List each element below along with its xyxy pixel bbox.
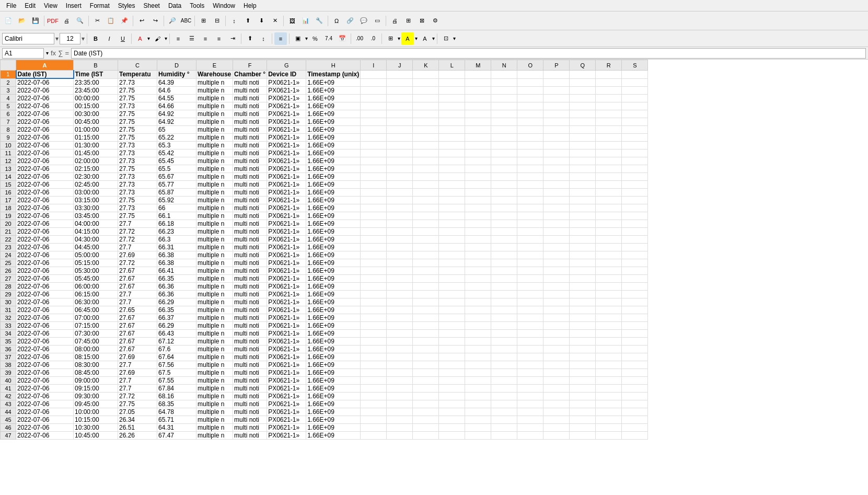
cell-B1[interactable]: Time (IST (74, 71, 118, 79)
cell-K1[interactable] (413, 71, 439, 79)
col-header-B[interactable]: B (74, 60, 118, 71)
cell-N45[interactable] (491, 416, 517, 424)
highlight-dropdown[interactable]: ▾ (165, 36, 167, 41)
cell-D18[interactable]: 66 (157, 204, 196, 212)
cell-O27[interactable] (517, 275, 543, 283)
cell-K36[interactable] (413, 346, 439, 353)
cell-G34[interactable]: PX0621-1» (267, 330, 306, 338)
cell-K41[interactable] (413, 385, 439, 393)
cell-N39[interactable] (491, 369, 517, 377)
cell-I35[interactable] (361, 338, 387, 346)
cell-P10[interactable] (543, 142, 570, 149)
cell-B39[interactable]: 08:45:00 (74, 369, 118, 377)
cell-D37[interactable]: 67.64 (157, 353, 196, 361)
cell-L1[interactable] (439, 71, 465, 79)
cell-G36[interactable]: PX0621-1» (267, 346, 306, 353)
cell-L23[interactable] (439, 244, 465, 251)
cell-S4[interactable] (622, 95, 648, 102)
cell-M10[interactable] (465, 142, 491, 149)
cell-H24[interactable]: 1.66E+09 (306, 251, 361, 259)
cell-A7[interactable]: 2022-07-06 (16, 118, 74, 126)
cell-A21[interactable]: 2022-07-06 (16, 228, 74, 236)
cell-G45[interactable]: PX0621-1» (267, 416, 306, 424)
cell-I30[interactable] (361, 298, 387, 306)
cell-M40[interactable] (465, 377, 491, 385)
cell-D15[interactable]: 65.77 (157, 181, 196, 189)
cell-M41[interactable] (465, 385, 491, 393)
cell-R13[interactable] (596, 165, 622, 173)
cell-D34[interactable]: 66.43 (157, 330, 196, 338)
cell-B6[interactable]: 00:30:00 (74, 110, 118, 118)
cell-M42[interactable] (465, 393, 491, 400)
cell-G28[interactable]: PX0621-1» (267, 283, 306, 291)
cell-I1[interactable] (361, 71, 387, 79)
cell-G11[interactable]: PX0621-1» (267, 149, 306, 157)
cell-C18[interactable]: 27.73 (118, 204, 157, 212)
menu-file[interactable]: File (2, 1, 20, 10)
cell-H40[interactable]: 1.66E+09 (306, 377, 361, 385)
col-header-H[interactable]: H (306, 60, 361, 71)
row-num-1[interactable]: 1 (1, 71, 16, 79)
cell-K38[interactable] (413, 361, 439, 369)
col-header-N[interactable]: N (491, 60, 517, 71)
cell-J41[interactable] (387, 385, 413, 393)
cell-E10[interactable]: multiple n (196, 142, 233, 149)
cell-M44[interactable] (465, 408, 491, 416)
cell-S47[interactable] (622, 432, 648, 440)
menu-sheet[interactable]: Sheet (140, 1, 164, 10)
cell-J9[interactable] (387, 134, 413, 142)
cell-R33[interactable] (596, 322, 622, 330)
cell-F12[interactable]: multi noti (233, 157, 267, 165)
cell-C10[interactable]: 27.73 (118, 142, 157, 149)
cell-A9[interactable]: 2022-07-06 (16, 134, 74, 142)
cell-I38[interactable] (361, 361, 387, 369)
cell-B26[interactable]: 05:30:00 (74, 267, 118, 275)
cell-J30[interactable] (387, 298, 413, 306)
cell-Q19[interactable] (570, 212, 596, 220)
cell-G17[interactable]: PX0621-1» (267, 197, 306, 204)
row-num-4[interactable]: 4 (1, 95, 16, 102)
cell-L37[interactable] (439, 353, 465, 361)
menu-data[interactable]: Data (164, 1, 186, 10)
cell-G42[interactable]: PX0621-1» (267, 393, 306, 400)
cell-K43[interactable] (413, 400, 439, 408)
cell-M43[interactable] (465, 400, 491, 408)
cell-L17[interactable] (439, 197, 465, 204)
col-header-K[interactable]: K (413, 60, 439, 71)
cell-P37[interactable] (543, 353, 570, 361)
cell-P30[interactable] (543, 298, 570, 306)
cell-B21[interactable]: 04:15:00 (74, 228, 118, 236)
cell-E34[interactable]: multiple n (196, 330, 233, 338)
cell-L26[interactable] (439, 267, 465, 275)
cell-E7[interactable]: multiple n (196, 118, 233, 126)
row-num-39[interactable]: 39 (1, 369, 16, 377)
cell-F33[interactable]: multi noti (233, 322, 267, 330)
cell-E5[interactable]: multiple n (196, 102, 233, 110)
cell-P16[interactable] (543, 189, 570, 197)
cell-B38[interactable]: 08:30:00 (74, 361, 118, 369)
underline-button[interactable]: U (117, 32, 129, 45)
cell-N12[interactable] (491, 157, 517, 165)
cell-A4[interactable]: 2022-07-06 (16, 95, 74, 102)
cell-K23[interactable] (413, 244, 439, 251)
cell-A33[interactable]: 2022-07-06 (16, 322, 74, 330)
cell-F26[interactable]: multi noti (233, 267, 267, 275)
cell-H37[interactable]: 1.66E+09 (306, 353, 361, 361)
cell-N10[interactable] (491, 142, 517, 149)
cell-H8[interactable]: 1.66E+09 (306, 126, 361, 134)
cell-C27[interactable]: 27.67 (118, 275, 157, 283)
cell-N22[interactable] (491, 236, 517, 244)
cell-O14[interactable] (517, 173, 543, 181)
cell-Q39[interactable] (570, 369, 596, 377)
cell-F20[interactable]: multi noti (233, 220, 267, 228)
cell-Q5[interactable] (570, 102, 596, 110)
sort-asc-button[interactable]: ⬇ (255, 15, 268, 27)
cell-O43[interactable] (517, 400, 543, 408)
cell-I25[interactable] (361, 259, 387, 267)
cell-F43[interactable]: multi noti (233, 400, 267, 408)
cell-S28[interactable] (622, 283, 648, 291)
cell-G32[interactable]: PX0621-1» (267, 314, 306, 322)
cell-K20[interactable] (413, 220, 439, 228)
cell-D30[interactable]: 66.29 (157, 298, 196, 306)
cell-H27[interactable]: 1.66E+09 (306, 275, 361, 283)
